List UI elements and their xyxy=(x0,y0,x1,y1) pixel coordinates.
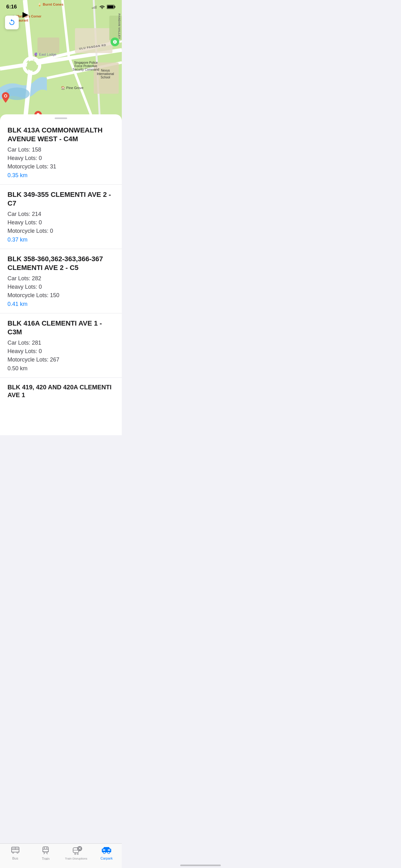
svg-rect-11 xyxy=(37,37,59,53)
refresh-button[interactable] xyxy=(5,16,19,29)
carpark-name: BLK 358-360,362-363,366-367 CLEMENTI AVE… xyxy=(7,255,114,272)
carpark-distance-1: 0.35 km xyxy=(7,172,114,179)
carpark-motorcycle-lots-3: Motorcycle Lots: 150 xyxy=(7,291,114,300)
carpark-name: BLK 349-355 CLEMENTI AVE 2 - C7 xyxy=(7,190,114,208)
wifi-icon xyxy=(99,5,105,9)
carpark-item[interactable]: BLK 419, 420 AND 420A CLEMENTI AVE 1 xyxy=(0,378,122,404)
navigation-indicator: ▶ xyxy=(23,11,28,19)
carpark-motorcycle-lots-2: Motorcycle Lots: 0 xyxy=(7,227,114,235)
svg-rect-5 xyxy=(114,6,115,8)
map-label-pandan-valley: PANDAN VALLEY xyxy=(118,13,121,39)
svg-rect-6 xyxy=(107,6,114,8)
status-bar: 6:16 xyxy=(0,0,122,11)
carpark-car-lots-3: Car Lots: 282 xyxy=(7,274,114,283)
carpark-distance-2: 0.37 km xyxy=(7,237,114,243)
carpark-item[interactable]: BLK 413A COMMONWEALTH AVENUE WEST - C4M … xyxy=(0,120,122,185)
carpark-car-lots-4: Car Lots: 281 xyxy=(7,339,114,347)
refresh-icon xyxy=(8,19,15,26)
carpark-car-lots-1: Car Lots: 158 xyxy=(7,146,114,154)
map-label-east-lodge: 🔮 East Lodge xyxy=(34,53,57,57)
carpark-item[interactable]: BLK 349-355 CLEMENTI AVE 2 - C7 Car Lots… xyxy=(0,185,122,249)
svg-point-9 xyxy=(27,61,37,71)
carpark-heavy-lots-3: Heavy Lots: 0 xyxy=(7,283,114,291)
carpark-list: BLK 413A COMMONWEALTH AVENUE WEST - C4M … xyxy=(0,120,122,404)
battery-icon xyxy=(107,5,115,9)
status-icons xyxy=(92,5,115,9)
carpark-name: BLK 419, 420 AND 420A CLEMENTI AVE 1 xyxy=(7,383,114,399)
svg-rect-2 xyxy=(94,6,95,9)
carpark-name: BLK 416A CLEMENTI AVE 1 - C3M xyxy=(7,319,114,336)
bottom-sheet: BLK 413A COMMONWEALTH AVENUE WEST - C4M … xyxy=(0,114,122,435)
carpark-heavy-lots-1: Heavy Lots: 0 xyxy=(7,154,114,162)
map-label-nexus: NexusInternationalSchool xyxy=(97,69,114,79)
carpark-heavy-lots-4: Heavy Lots: 0 xyxy=(7,347,114,355)
svg-rect-0 xyxy=(92,7,93,9)
svg-rect-3 xyxy=(96,6,97,9)
map-marker-1[interactable] xyxy=(1,92,10,103)
status-time: 6:16 xyxy=(6,4,17,10)
carpark-distance-4: 0.50 km xyxy=(7,365,114,372)
carpark-item[interactable]: BLK 416A CLEMENTI AVE 1 - C3M Car Lots: … xyxy=(0,313,122,378)
carpark-item[interactable]: BLK 358-360,362-363,366-367 CLEMENTI AVE… xyxy=(0,249,122,313)
carpark-car-lots-2: Car Lots: 214 xyxy=(7,210,114,218)
carpark-motorcycle-lots-4: Motorcycle Lots: 267 xyxy=(7,355,114,364)
svg-point-16 xyxy=(5,95,6,97)
carpark-name: BLK 413A COMMONWEALTH AVENUE WEST - C4M xyxy=(7,126,114,143)
sheet-handle-bar xyxy=(55,118,67,119)
svg-rect-1 xyxy=(93,7,94,9)
carpark-motorcycle-lots-1: Motorcycle Lots: 31 xyxy=(7,162,114,171)
signal-icon xyxy=(92,5,97,9)
carpark-distance-3: 0.41 km xyxy=(7,301,114,307)
map-icon-green xyxy=(110,37,119,46)
map-area[interactable]: 🍦 Burnt Cones 🍴 Mariner's CornerRestaura… xyxy=(0,0,122,122)
map-label-pine-grove: 🏠 Pine Grove xyxy=(61,86,83,90)
sheet-handle[interactable] xyxy=(0,114,122,120)
carpark-heavy-lots-2: Heavy Lots: 0 xyxy=(7,218,114,227)
